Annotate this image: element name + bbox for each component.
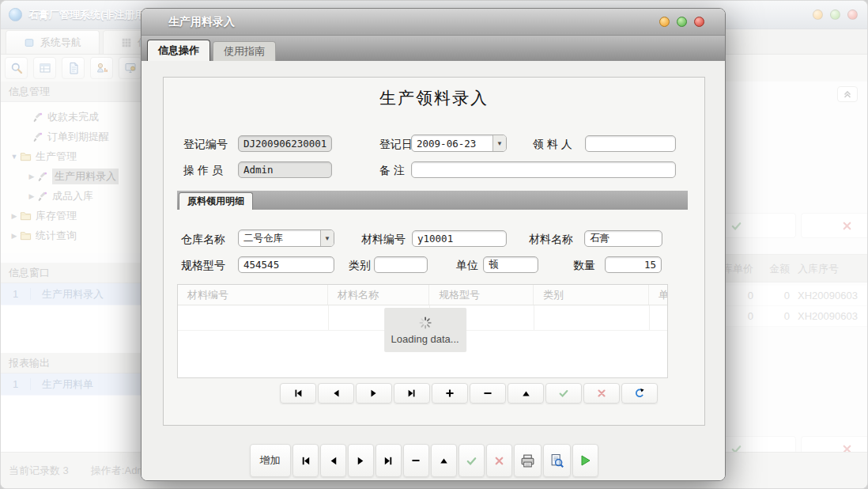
detail-grid[interactable]: 材料编号 材料名称 规格型号 类别 单位 Loading data... bbox=[177, 284, 668, 378]
picker-field[interactable] bbox=[585, 135, 676, 152]
spec-label: 规格型号 bbox=[181, 259, 225, 273]
footer-post-button[interactable] bbox=[459, 444, 485, 477]
category-label: 类别 bbox=[349, 259, 371, 273]
entry-form-panel: 生产领料录入 登记编号 登记日期 2009-06-23 ▼ 领 料 人 操 作 … bbox=[163, 77, 705, 426]
dropdown-arrow-icon[interactable]: ▼ bbox=[320, 230, 334, 246]
grid-col-category: 类别 bbox=[534, 285, 649, 305]
print-button[interactable] bbox=[514, 444, 542, 477]
dialog-tabstrip: 信息操作 使用指南 bbox=[142, 36, 725, 61]
dialog-tab-user-guide[interactable]: 使用指南 bbox=[213, 41, 276, 61]
print-preview-button[interactable] bbox=[543, 444, 571, 477]
dialog-minimize-button[interactable] bbox=[659, 17, 670, 27]
qty-label: 数量 bbox=[573, 259, 595, 273]
reg-date-value: 2009-06-23 bbox=[412, 138, 492, 150]
prev-record-button[interactable] bbox=[318, 383, 354, 404]
spec-field[interactable] bbox=[238, 256, 334, 273]
edit-icon bbox=[439, 456, 449, 466]
grid-header: 材料编号 材料名称 规格型号 类别 单位 bbox=[178, 285, 667, 305]
cancel-icon bbox=[493, 455, 505, 467]
add-button[interactable]: 增加 bbox=[250, 444, 291, 477]
grid-divider bbox=[649, 305, 650, 330]
material-no-label: 材料编号 bbox=[361, 233, 406, 247]
cancel-record-button[interactable] bbox=[583, 383, 620, 404]
footer-first-button[interactable] bbox=[292, 444, 319, 477]
delete-record-button[interactable] bbox=[470, 383, 506, 404]
next-icon bbox=[368, 388, 379, 399]
prev-icon bbox=[327, 455, 339, 467]
run-icon bbox=[579, 454, 591, 467]
last-icon bbox=[383, 455, 394, 467]
first-record-button[interactable] bbox=[280, 383, 316, 404]
record-navigator bbox=[198, 383, 726, 404]
spinner-icon bbox=[418, 316, 432, 330]
remark-field[interactable] bbox=[411, 161, 676, 178]
reg-no-label: 登记编号 bbox=[183, 138, 228, 152]
add-icon bbox=[444, 388, 455, 399]
refresh-record-button[interactable] bbox=[621, 383, 658, 404]
qty-field[interactable] bbox=[605, 256, 662, 273]
print-icon bbox=[520, 453, 535, 468]
edit-icon bbox=[521, 389, 531, 399]
add-record-button[interactable] bbox=[432, 383, 468, 404]
dialog-footer-toolbar: 增加 bbox=[141, 444, 715, 477]
grid-col-spec: 规格型号 bbox=[429, 285, 534, 305]
picker-label: 领 料 人 bbox=[533, 138, 572, 152]
warehouse-label: 仓库名称 bbox=[181, 233, 225, 247]
post-icon bbox=[558, 388, 569, 399]
material-no-field[interactable] bbox=[412, 230, 507, 247]
unit-label: 单位 bbox=[456, 259, 478, 273]
production-material-entry-dialog: 生产用料录入 信息操作 使用指南 生产领料录入 登记编号 登记日期 2009-0… bbox=[141, 8, 726, 481]
first-icon bbox=[300, 455, 311, 467]
material-name-label: 材料名称 bbox=[529, 233, 573, 247]
dialog-tab-info-operation[interactable]: 信息操作 bbox=[147, 40, 210, 61]
material-name-field[interactable] bbox=[584, 230, 662, 247]
remove-icon bbox=[482, 388, 493, 399]
dropdown-arrow-icon[interactable]: ▼ bbox=[492, 135, 506, 151]
form-title: 生产领料录入 bbox=[164, 87, 704, 109]
dialog-close-button[interactable] bbox=[694, 17, 704, 27]
footer-last-button[interactable] bbox=[376, 444, 402, 477]
last-icon bbox=[406, 388, 417, 399]
loading-text: Loading data... bbox=[391, 333, 459, 345]
detail-tabstrip: 原料领用明细 bbox=[177, 191, 688, 210]
run-button[interactable] bbox=[572, 444, 598, 477]
cancel-icon bbox=[596, 388, 607, 399]
operator-field[interactable] bbox=[238, 161, 332, 178]
prev-icon bbox=[330, 388, 342, 399]
post-record-button[interactable] bbox=[545, 383, 582, 404]
footer-delete-button[interactable] bbox=[403, 444, 429, 477]
refresh-icon bbox=[634, 388, 645, 399]
category-field[interactable] bbox=[374, 256, 428, 273]
dialog-window-controls bbox=[659, 17, 704, 27]
footer-cancel-button[interactable] bbox=[486, 444, 512, 477]
footer-prev-button[interactable] bbox=[320, 444, 346, 477]
next-icon bbox=[355, 455, 367, 467]
dialog-content: 生产领料录入 登记编号 登记日期 2009-06-23 ▼ 领 料 人 操 作 … bbox=[142, 61, 725, 481]
footer-next-button[interactable] bbox=[348, 444, 374, 477]
next-record-button[interactable] bbox=[356, 383, 392, 404]
dialog-title: 生产用料录入 bbox=[168, 15, 235, 29]
last-record-button[interactable] bbox=[394, 383, 430, 404]
grid-col-material-name: 材料名称 bbox=[328, 285, 429, 305]
warehouse-combo[interactable]: 二号仓库 ▼ bbox=[238, 229, 334, 247]
grid-col-unit: 单位 bbox=[649, 285, 667, 305]
first-icon bbox=[292, 388, 304, 399]
grid-divider bbox=[328, 305, 329, 330]
edit-record-button[interactable] bbox=[508, 383, 544, 404]
reg-date-combo[interactable]: 2009-06-23 ▼ bbox=[411, 135, 507, 152]
unit-field[interactable] bbox=[483, 256, 538, 273]
loading-indicator: Loading data... bbox=[384, 308, 466, 352]
detail-tab-raw-material[interactable]: 原料领用明细 bbox=[179, 192, 253, 210]
remark-label: 备 注 bbox=[379, 164, 405, 178]
operator-label: 操 作 员 bbox=[183, 164, 223, 178]
preview-icon bbox=[549, 453, 564, 468]
dialog-maximize-button[interactable] bbox=[677, 17, 687, 27]
dialog-titlebar[interactable]: 生产用料录入 bbox=[142, 9, 725, 36]
grid-col-material-no: 材料编号 bbox=[178, 285, 328, 305]
post-icon bbox=[466, 455, 477, 467]
grid-divider bbox=[534, 305, 534, 330]
warehouse-value: 二号仓库 bbox=[239, 232, 320, 245]
footer-edit-button[interactable] bbox=[431, 444, 457, 477]
reg-no-field[interactable] bbox=[238, 135, 332, 152]
remove-icon bbox=[410, 455, 421, 466]
